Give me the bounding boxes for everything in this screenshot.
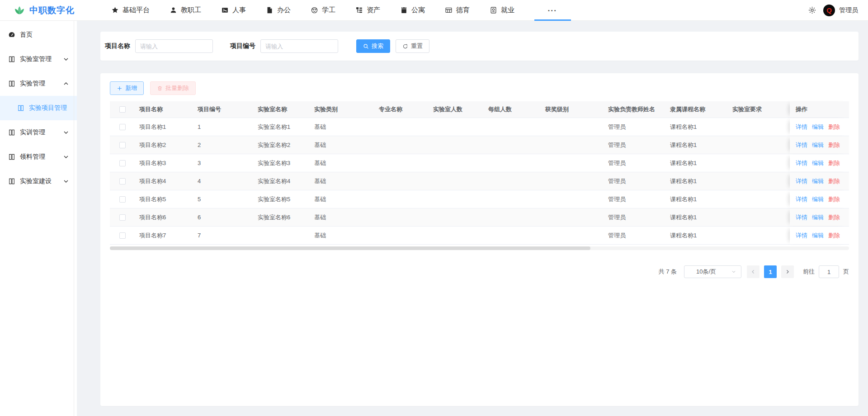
cell-experiment-type: 基础 — [310, 195, 374, 203]
table-row: 项目名称6 6 实验室名称6 基础 管理员 课程名称1 详情 编辑 删除 — [110, 208, 849, 227]
detail-link[interactable]: 详情 — [796, 123, 807, 131]
cell-project-name: 项目名称6 — [135, 213, 193, 222]
book-icon — [17, 104, 24, 112]
asset-tree-icon — [355, 6, 363, 14]
nav-item-apartment[interactable]: 公寓 — [400, 0, 425, 21]
cell-teacher-name: 管理员 — [604, 141, 665, 149]
row-actions: 详情 编辑 删除 — [790, 227, 849, 244]
delete-link[interactable]: 删除 — [828, 213, 840, 222]
hr-photo-icon — [221, 6, 229, 14]
reset-button[interactable]: 重置 — [396, 39, 429, 53]
nav-item-hr[interactable]: 人事 — [221, 0, 246, 21]
scrollbar-thumb[interactable] — [110, 246, 590, 250]
delete-link[interactable]: 删除 — [828, 177, 840, 185]
nav-item-staff[interactable]: 教职工 — [170, 0, 201, 21]
edit-link[interactable]: 编辑 — [812, 123, 824, 131]
nav-item-office[interactable]: 办公 — [266, 0, 291, 21]
cell-project-code: 3 — [193, 160, 253, 166]
cell-project-name: 项目名称4 — [135, 177, 193, 185]
nav-item-employment[interactable]: 就业 — [490, 0, 514, 21]
row-checkbox[interactable] — [119, 142, 126, 148]
cell-project-name: 项目名称3 — [135, 159, 193, 167]
trash-icon — [157, 85, 163, 91]
user-menu[interactable]: Q 管理员 — [823, 5, 858, 16]
edit-link[interactable]: 编辑 — [812, 213, 824, 222]
cell-course-name: 课程名称1 — [665, 195, 728, 203]
delete-link[interactable]: 删除 — [828, 232, 840, 240]
cell-project-code: 7 — [193, 232, 253, 239]
project-code-input[interactable] — [260, 39, 338, 53]
delete-link[interactable]: 删除 — [828, 159, 840, 167]
edit-link[interactable]: 编辑 — [812, 141, 824, 149]
search-button[interactable]: 搜索 — [356, 39, 390, 53]
sidebar: 首页 实验室管理 实验管理 实验项目管理 — [0, 21, 77, 416]
search-panel: 项目名称 项目编号 搜索 重置 — [100, 32, 859, 61]
sidebar-item-lab-management[interactable]: 实验室管理 — [0, 47, 77, 71]
add-button[interactable]: 新增 — [110, 81, 144, 95]
detail-link[interactable]: 详情 — [796, 159, 807, 167]
cell-project-name: 项目名称5 — [135, 195, 193, 203]
project-name-input[interactable] — [135, 39, 213, 53]
sidebar-item-home[interactable]: 首页 — [0, 23, 77, 47]
star-icon — [111, 6, 119, 14]
row-checkbox[interactable] — [119, 160, 126, 166]
delete-link[interactable]: 删除 — [828, 195, 840, 203]
chevron-down-icon — [62, 153, 70, 161]
chevron-down-icon — [62, 56, 70, 63]
edit-link[interactable]: 编辑 — [812, 195, 824, 203]
goto-label: 前往 — [803, 268, 815, 276]
cell-course-name: 课程名称1 — [665, 232, 728, 240]
pagination: 共 7 条 10条/页 1 前 — [110, 265, 849, 278]
detail-link[interactable]: 详情 — [796, 177, 807, 185]
nav-more-button[interactable]: ••• — [534, 0, 571, 21]
sidebar-item-experiment-project-management-active[interactable]: 实验项目管理 — [0, 96, 77, 120]
student-face-icon — [311, 6, 318, 14]
batch-delete-button[interactable]: 批量删除 — [150, 81, 196, 95]
gear-icon[interactable] — [808, 6, 816, 14]
table-row: 项目名称2 2 实验室名称2 基础 管理员 课程名称1 详情 编辑 删除 — [110, 136, 849, 154]
top-navbar: 中职数字化 基础平台 教职工 人事 办公 — [0, 0, 868, 21]
cell-project-name: 项目名称2 — [135, 141, 193, 149]
prev-page-button[interactable] — [747, 265, 760, 278]
delete-link[interactable]: 删除 — [828, 141, 840, 149]
sidebar-item-training-management[interactable]: 实训管理 — [0, 120, 77, 145]
page-number-active[interactable]: 1 — [764, 265, 777, 278]
nav-item-assets[interactable]: 资产 — [355, 0, 380, 21]
chevron-down-icon — [62, 129, 70, 136]
detail-link[interactable]: 详情 — [796, 195, 807, 203]
row-checkbox[interactable] — [119, 178, 126, 184]
edit-link[interactable]: 编辑 — [812, 177, 824, 185]
sidebar-item-lab-construction[interactable]: 实验室建设 — [0, 169, 77, 194]
nav-item-student[interactable]: 学工 — [311, 0, 335, 21]
nav-item-moral[interactable]: 德育 — [445, 0, 470, 21]
table-toolbar: 新增 批量删除 — [110, 81, 849, 95]
search-icon — [363, 43, 369, 49]
detail-link[interactable]: 详情 — [796, 213, 807, 222]
navbar-right: Q 管理员 — [808, 5, 858, 16]
sidebar-item-experiment-management[interactable]: 实验管理 — [0, 71, 77, 96]
page-size-select[interactable]: 10条/页 — [684, 265, 741, 278]
row-checkbox[interactable] — [119, 232, 126, 239]
row-checkbox[interactable] — [119, 196, 126, 203]
row-checkbox[interactable] — [119, 124, 126, 130]
cell-project-code: 6 — [193, 214, 253, 221]
select-all-checkbox[interactable] — [119, 106, 126, 113]
row-checkbox[interactable] — [119, 214, 126, 221]
edit-link[interactable]: 编辑 — [812, 159, 824, 167]
table-row: 项目名称1 1 实验室名称1 基础 管理员 课程名称1 详情 编辑 删除 — [110, 118, 849, 136]
column-header: 隶属课程名称 — [665, 105, 728, 113]
detail-link[interactable]: 详情 — [796, 232, 807, 240]
nav-item-base-platform[interactable]: 基础平台 — [111, 0, 150, 21]
delete-link[interactable]: 删除 — [828, 123, 840, 131]
apartment-notebook-icon — [400, 6, 408, 14]
top-nav-items: 基础平台 教职工 人事 办公 学工 — [111, 0, 571, 21]
edit-link[interactable]: 编辑 — [812, 232, 824, 240]
row-actions: 详情 编辑 删除 — [790, 208, 849, 226]
next-page-button[interactable] — [781, 265, 794, 278]
sidebar-item-material-management[interactable]: 领料管理 — [0, 145, 77, 169]
goto-page-input[interactable] — [819, 265, 839, 278]
cell-project-name: 项目名称1 — [135, 123, 193, 131]
detail-link[interactable]: 详情 — [796, 141, 807, 149]
column-header: 每组人数 — [484, 105, 541, 113]
row-actions: 详情 编辑 删除 — [790, 172, 849, 190]
